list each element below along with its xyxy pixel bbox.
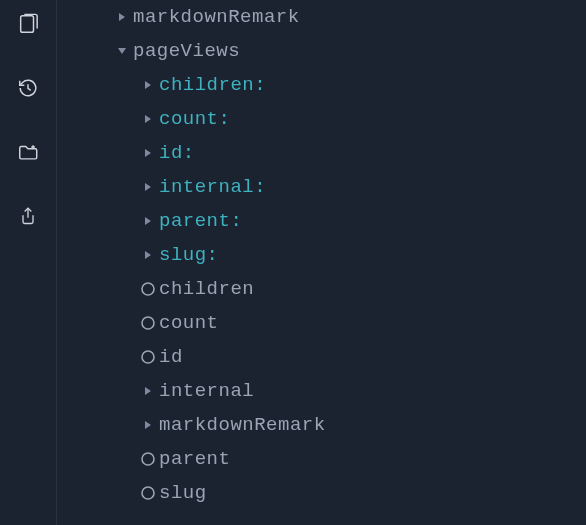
tree-label: internal	[159, 382, 254, 401]
tree-label: parent:	[159, 212, 242, 231]
chevron-right-icon	[137, 114, 159, 124]
chevron-right-icon	[111, 12, 133, 22]
circle-icon	[137, 451, 159, 467]
tree-label: internal:	[159, 178, 266, 197]
tree-item-markdownRemark-child[interactable]: markdownRemark	[57, 408, 586, 442]
circle-icon	[137, 349, 159, 365]
tree-item-internal[interactable]: internal	[57, 374, 586, 408]
svg-point-5	[142, 487, 154, 499]
schema-explorer: markdownRemark pageViews children: count…	[57, 0, 586, 525]
tree-item-id[interactable]: id	[57, 340, 586, 374]
tree-field-id[interactable]: id:	[57, 136, 586, 170]
tree-label: count	[159, 314, 219, 333]
tree-label: pageViews	[133, 42, 240, 61]
chevron-right-icon	[137, 420, 159, 430]
circle-icon	[137, 281, 159, 297]
app-root: markdownRemark pageViews children: count…	[0, 0, 586, 525]
activity-bar	[0, 0, 56, 525]
folder-icon[interactable]	[16, 140, 40, 164]
svg-point-3	[142, 351, 154, 363]
svg-point-4	[142, 453, 154, 465]
tree-item-slug[interactable]: slug	[57, 476, 586, 510]
tree-label: markdownRemark	[133, 8, 300, 27]
tree-label: id:	[159, 144, 195, 163]
explorer-icon[interactable]	[16, 12, 40, 36]
tree-label: id	[159, 348, 183, 367]
chevron-right-icon	[137, 250, 159, 260]
tree-label: markdownRemark	[159, 416, 326, 435]
tree-field-children[interactable]: children:	[57, 68, 586, 102]
chevron-right-icon	[137, 216, 159, 226]
chevron-right-icon	[137, 148, 159, 158]
tree-field-count[interactable]: count:	[57, 102, 586, 136]
tree-field-parent[interactable]: parent:	[57, 204, 586, 238]
tree-field-internal[interactable]: internal:	[57, 170, 586, 204]
tree-item-markdownRemark[interactable]: markdownRemark	[57, 0, 586, 34]
tree-field-slug[interactable]: slug:	[57, 238, 586, 272]
chevron-right-icon	[137, 80, 159, 90]
tree-label: children:	[159, 76, 266, 95]
tree-label: count:	[159, 110, 230, 129]
circle-icon	[137, 485, 159, 501]
tree-item-children[interactable]: children	[57, 272, 586, 306]
chevron-right-icon	[137, 386, 159, 396]
chevron-right-icon	[137, 182, 159, 192]
svg-rect-0	[21, 16, 34, 33]
tree-label: parent	[159, 450, 230, 469]
tree-label: children	[159, 280, 254, 299]
svg-point-2	[142, 317, 154, 329]
chevron-down-icon	[111, 46, 133, 56]
history-icon[interactable]	[16, 76, 40, 100]
tree-item-count[interactable]: count	[57, 306, 586, 340]
circle-icon	[137, 315, 159, 331]
tree-item-pageViews[interactable]: pageViews	[57, 34, 586, 68]
tree-label: slug	[159, 484, 207, 503]
tree-item-parent[interactable]: parent	[57, 442, 586, 476]
share-icon[interactable]	[16, 204, 40, 228]
svg-point-1	[142, 283, 154, 295]
tree-label: slug:	[159, 246, 219, 265]
